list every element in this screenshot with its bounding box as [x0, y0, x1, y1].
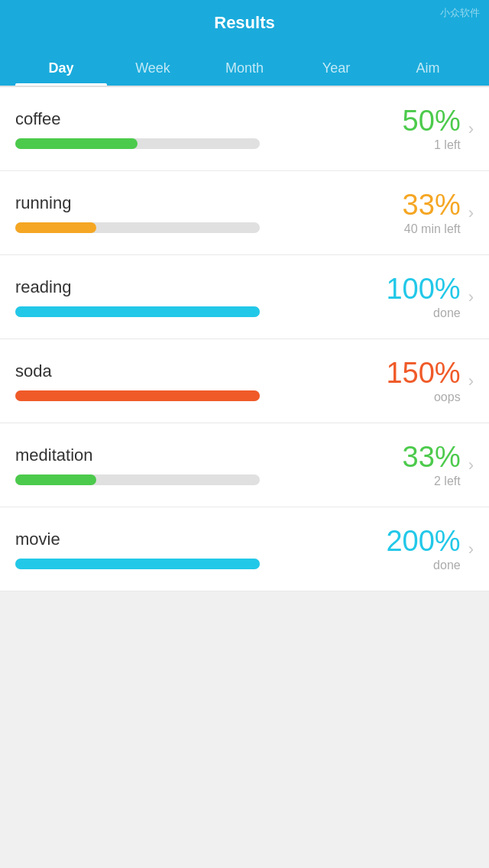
item-name: soda [15, 361, 357, 381]
item-sub: oops [434, 390, 461, 404]
list-item[interactable]: reading 100% done › [0, 255, 489, 339]
tab-bar: DayWeekMonthYearAim [0, 46, 489, 86]
progress-bar-fill [15, 390, 260, 401]
item-right-4: 33% 2 left [369, 442, 461, 489]
item-left-5: movie [15, 530, 369, 569]
item-right-5: 200% done [369, 526, 461, 573]
list-item[interactable]: movie 200% done › [0, 507, 489, 591]
tab-week[interactable]: Week [107, 60, 199, 84]
chevron-right-icon: › [468, 203, 474, 223]
progress-bar-bg [15, 138, 260, 149]
item-sub: done [433, 559, 461, 572]
item-percent: 150% [386, 358, 460, 390]
list-item[interactable]: meditation 33% 2 left › [0, 423, 489, 507]
item-percent: 33% [403, 442, 461, 474]
item-name: running [15, 193, 357, 213]
item-name: movie [15, 530, 357, 549]
progress-bar-bg [15, 474, 260, 485]
item-right-3: 150% oops [369, 358, 461, 405]
item-left-2: reading [15, 277, 369, 317]
header-title: Results [214, 13, 274, 33]
list-item[interactable]: soda 150% oops › [0, 339, 489, 423]
progress-bar-fill [15, 222, 96, 233]
item-percent: 50% [403, 105, 461, 138]
item-sub: done [433, 306, 461, 320]
chevron-right-icon: › [468, 119, 474, 139]
chevron-right-icon: › [468, 371, 474, 391]
progress-bar-fill [15, 306, 260, 317]
item-percent: 33% [403, 189, 461, 222]
item-sub: 1 left [434, 138, 461, 152]
tab-aim[interactable]: Aim [382, 60, 474, 84]
list-item[interactable]: coffee 50% 1 left › [0, 87, 489, 171]
app-header: Results 小众软件 [0, 0, 489, 46]
list-item[interactable]: running 33% 40 min left › [0, 171, 489, 255]
results-list: coffee 50% 1 left › running 33% 40 min l… [0, 87, 489, 591]
tab-year[interactable]: Year [290, 60, 382, 84]
item-sub: 2 left [434, 474, 461, 488]
progress-bar-fill [15, 559, 260, 569]
item-right-0: 50% 1 left [369, 105, 461, 153]
item-percent: 100% [386, 274, 460, 306]
progress-bar-fill [15, 138, 138, 149]
progress-bar-bg [15, 306, 260, 317]
item-name: reading [15, 277, 357, 297]
item-sub: 40 min left [404, 222, 461, 236]
item-right-2: 100% done [369, 274, 461, 321]
item-left-1: running [15, 193, 369, 233]
progress-bar-bg [15, 390, 260, 401]
tab-month[interactable]: Month [199, 60, 290, 84]
tab-day[interactable]: Day [15, 60, 107, 84]
chevron-right-icon: › [468, 455, 474, 475]
item-percent: 200% [386, 526, 460, 558]
item-left-3: soda [15, 361, 369, 401]
chevron-right-icon: › [468, 539, 474, 559]
progress-bar-bg [15, 559, 260, 569]
item-left-0: coffee [15, 109, 369, 149]
item-left-4: meditation [15, 445, 369, 485]
progress-bar-bg [15, 222, 260, 233]
watermark: 小众软件 [440, 6, 480, 20]
item-name: meditation [15, 445, 357, 465]
progress-bar-fill [15, 474, 96, 485]
item-name: coffee [15, 109, 357, 129]
chevron-right-icon: › [468, 287, 474, 307]
item-right-1: 33% 40 min left [369, 189, 461, 237]
